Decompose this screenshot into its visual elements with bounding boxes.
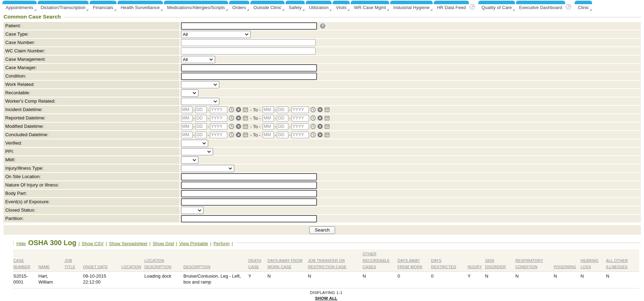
calendar-icon[interactable] (324, 115, 330, 121)
mmi-select[interactable] (181, 156, 198, 164)
sort-link-respiratory-condition[interactable]: RESPIRATORY CONDITION (515, 258, 543, 269)
search-button[interactable]: Search (309, 226, 335, 234)
clear-date-icon[interactable] (317, 115, 323, 121)
concluded-datetime-from-day-input[interactable] (195, 132, 207, 138)
sort-link-death-case[interactable]: DEATH CASE (248, 258, 261, 269)
sort-link-all-other-illnesses[interactable]: ALL OTHER ILLNESSES (606, 258, 628, 269)
tab-utilization[interactable]: Utilization (306, 1, 332, 11)
calendar-icon[interactable] (324, 107, 330, 112)
sort-link-description[interactable]: DESCRIPTION (183, 265, 210, 269)
time-picker-icon[interactable] (310, 107, 316, 112)
workers-comp-related-select[interactable] (181, 98, 219, 105)
time-picker-icon[interactable] (229, 115, 234, 121)
concluded-datetime-from-month-input[interactable] (181, 132, 192, 138)
clear-date-icon[interactable] (236, 132, 241, 138)
tab-financials[interactable]: Financials (90, 1, 116, 11)
concluded-datetime-to-day-input[interactable] (277, 132, 288, 138)
view-printable-link[interactable]: View Printable (179, 241, 208, 246)
patient-input[interactable] (181, 22, 317, 30)
modified-datetime-to-day-input[interactable] (277, 123, 288, 130)
time-picker-icon[interactable] (229, 107, 234, 112)
events-of-exposure-input[interactable] (181, 198, 317, 206)
sort-link-injury[interactable]: INJURY (468, 265, 482, 269)
body-part-input[interactable] (181, 190, 317, 197)
partition-input[interactable] (181, 215, 317, 222)
reported-datetime-to-year-input[interactable] (291, 115, 309, 122)
sort-link-name[interactable]: NAME (38, 265, 50, 269)
sort-link-case-number[interactable]: CASE NUMBER (13, 258, 30, 269)
tab-safety[interactable]: Safety (286, 1, 305, 11)
verified-select[interactable] (181, 140, 208, 147)
clear-date-icon[interactable] (236, 124, 241, 129)
time-picker-icon[interactable] (310, 132, 316, 138)
modified-datetime-to-month-input[interactable] (263, 123, 274, 130)
time-picker-icon[interactable] (310, 124, 316, 129)
incident-datetime-to-month-input[interactable] (263, 107, 274, 113)
sort-link-other-recordable-cases[interactable]: OTHER RECORDABLE CASES (363, 252, 390, 269)
show-grid-link[interactable]: Show Grid (153, 241, 174, 246)
show-all-link[interactable]: SHOW ALL (315, 296, 337, 300)
incident-datetime-from-year-input[interactable] (210, 107, 227, 113)
tab-health-surveillance[interactable]: Health Surveillance (118, 1, 163, 11)
on-site-location-input[interactable] (181, 173, 317, 181)
tab-medications-allergies-scripts[interactable]: Medications/Allergies/Scripts (164, 1, 228, 11)
show-csv-link[interactable]: Show CSV (82, 241, 104, 246)
tab-quality-of-care[interactable]: Quality of Care (478, 1, 515, 11)
calendar-icon[interactable] (243, 115, 248, 121)
tab-visits[interactable]: Visits (333, 1, 350, 11)
condition-input[interactable] (181, 73, 317, 80)
clear-date-icon[interactable] (317, 132, 323, 138)
tab-executive-dashboard[interactable]: Executive Dashboard (516, 1, 574, 11)
nature-of-injury-or-illness-input[interactable] (181, 182, 317, 189)
sort-link-location[interactable]: LOCATION (121, 265, 141, 269)
incident-datetime-from-month-input[interactable] (181, 107, 192, 113)
modified-datetime-from-month-input[interactable] (181, 123, 192, 130)
case-number-input[interactable] (181, 39, 316, 46)
tab-outside-clinic[interactable]: Outside Clinic (250, 1, 285, 11)
ppi-select[interactable] (181, 148, 213, 155)
concluded-datetime-to-month-input[interactable] (263, 132, 274, 138)
tab-appointments[interactable]: Appointments (2, 1, 37, 11)
table-row[interactable]: S2015-0001Hart, William09-10-2015 22:12:… (13, 271, 639, 288)
modified-datetime-from-year-input[interactable] (210, 123, 227, 130)
case-type-select[interactable]: All (181, 31, 251, 38)
sort-link-skin-disorder[interactable]: SKIN DISORDER (485, 258, 506, 269)
wc-claim-number-input[interactable] (181, 47, 316, 54)
recordable-select[interactable] (181, 89, 198, 97)
clear-date-icon[interactable] (317, 107, 323, 112)
incident-datetime-to-year-input[interactable] (291, 107, 309, 113)
calendar-icon[interactable] (243, 132, 248, 138)
sort-link-onset-date[interactable]: ONSET DATE (83, 265, 108, 269)
modified-datetime-from-day-input[interactable] (195, 123, 207, 130)
sort-link-poisoning[interactable]: POISONING (554, 265, 576, 269)
tab-dictation-transcription[interactable]: Dictation/Transcription (38, 1, 89, 11)
work-related-select[interactable] (181, 81, 219, 88)
tab-industrial-hygiene[interactable]: Industrial Hygiene (390, 1, 433, 11)
tab-clinic[interactable]: Clinic (575, 1, 592, 11)
case-management-select[interactable]: All (181, 56, 215, 63)
calendar-icon[interactable] (243, 107, 248, 112)
clear-date-icon[interactable] (236, 107, 241, 112)
calendar-icon[interactable] (324, 132, 330, 138)
reported-datetime-from-day-input[interactable] (195, 115, 207, 122)
reported-datetime-to-day-input[interactable] (277, 115, 288, 122)
calendar-icon[interactable] (324, 124, 330, 129)
time-picker-icon[interactable] (229, 132, 234, 138)
time-picker-icon[interactable] (310, 115, 316, 121)
sort-link-location-description[interactable]: LOCATION DESCRIPTION (144, 258, 171, 269)
concluded-datetime-to-year-input[interactable] (291, 132, 309, 138)
reported-datetime-from-year-input[interactable] (210, 115, 227, 122)
reported-datetime-to-month-input[interactable] (263, 115, 274, 122)
injury-illness-type-select[interactable] (181, 165, 234, 172)
perform-link[interactable]: Perform (213, 241, 229, 246)
clear-date-icon[interactable] (317, 124, 323, 129)
reported-datetime-from-month-input[interactable] (181, 115, 192, 122)
sort-link-job-transfer-or-restriction-case[interactable]: JOB TRANSFER OR RESTRICTION CASE (308, 258, 347, 269)
sort-link-hearing-loss[interactable]: HEARING LOSS (581, 258, 599, 269)
tab-orders[interactable]: Orders (229, 1, 249, 11)
hide-link[interactable]: Hide (16, 241, 26, 246)
case-manager-input[interactable] (181, 64, 317, 72)
clear-date-icon[interactable] (236, 115, 241, 121)
sort-link-days-away-from-work[interactable]: DAYS AWAY FROM WORK (397, 258, 422, 269)
tab-wr-case-mgmt[interactable]: WR Case Mgmt (351, 1, 389, 11)
